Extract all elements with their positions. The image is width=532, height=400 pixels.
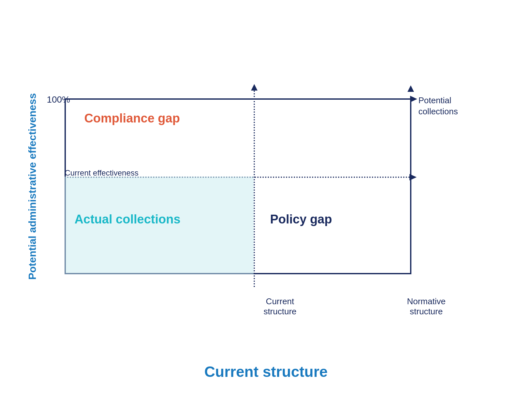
dotted-vertical-line: [254, 85, 255, 287]
current-structure-bottom-label: Currentstructure: [263, 296, 296, 317]
potential-collections-label: Potentialcollections: [418, 95, 458, 117]
arrow-right-100-icon: [410, 96, 417, 102]
chart-area: Potential administrative effectiveness 1…: [26, 20, 506, 353]
arrow-up-dotted-icon: [251, 84, 258, 91]
arrow-right-dotted-icon: [409, 174, 417, 180]
compliance-gap-label: Compliance gap: [84, 111, 180, 125]
page-container: Potential administrative effectiveness 1…: [0, 0, 532, 400]
policy-gap-label: Policy gap: [270, 212, 332, 226]
arrow-up-right-icon: [407, 85, 414, 92]
line-100-percent: [65, 98, 410, 100]
current-effectiveness-label: Current effectiveness: [65, 168, 138, 178]
y-axis-label: Potential administrative effectiveness: [26, 93, 38, 280]
actual-collections-label: Actual collections: [74, 212, 180, 226]
chart-content: 100% Compliance gap Ac: [65, 85, 456, 287]
line-normative-structure: [410, 98, 411, 274]
normative-structure-bottom-label: Normativestructure: [407, 296, 445, 317]
footer-title: Current structure: [204, 363, 328, 380]
